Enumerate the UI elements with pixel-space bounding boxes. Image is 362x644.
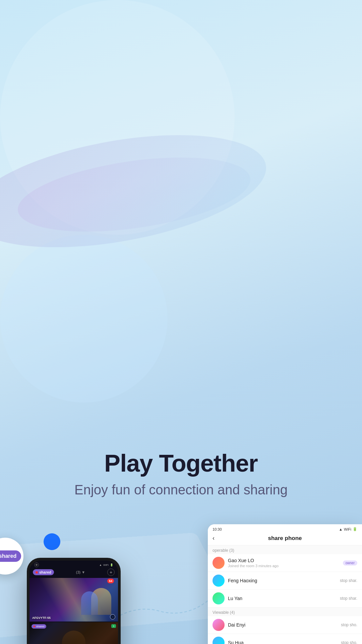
viewable-section-label: Viewable (4) (208, 607, 362, 616)
plus-button[interactable]: + (107, 569, 115, 576)
user-name-dai: Dai Enyi (228, 622, 341, 628)
status-green-badge-2: 1 (111, 624, 116, 628)
user-name-lu: Lu Yan (228, 596, 340, 601)
user-row-gao: Gao Xue LO Joined the room 3 minutes ago… (208, 554, 362, 572)
user-action-dai[interactable]: stop sho. (341, 623, 357, 627)
page-subtitle: Enjoy fun of connection and sharing (0, 482, 362, 497)
user-row-su: Su Hua stop sho. (208, 634, 362, 644)
user-row-lu: Lu Yan stop shar. (208, 590, 362, 607)
avatar-gao (213, 557, 225, 569)
user-action-su[interactable]: stop sho. (341, 640, 357, 644)
shared-badge: shared (33, 569, 54, 575)
panel-header: ‹ share phone (208, 533, 362, 545)
phone-status-bar: ▲ WiFi 🔋 (29, 560, 118, 567)
owner-badge-gao: owner (343, 560, 357, 566)
game-card-1[interactable]: AFGVYTF-55 ⚙ (29, 578, 118, 622)
user-info-dai: Dai Enyi (228, 622, 341, 628)
panel-status-time: 10:30 (213, 527, 222, 531)
count-red-badge: 64 (107, 579, 114, 583)
card-settings-icon-1[interactable]: ⚙ (110, 614, 115, 620)
user-row-dai: Dai Enyi stop sho. (208, 616, 362, 634)
panel-right: 10:30 ▲ WiFi 🔋 ‹ share phone operable (3… (208, 524, 362, 644)
shared-badge-label: shared (39, 570, 51, 574)
user-info-gao: Gao Xue LO Joined the room 3 minutes ago (228, 558, 343, 568)
phone-left: ▲ WiFi 🔋 shared (3) ▼ + 64 (27, 558, 121, 644)
page-title: Play Together (0, 449, 362, 477)
shared-circle-label: shared (0, 553, 16, 559)
user-action-feng[interactable]: stop shar. (340, 578, 357, 583)
phone-app-header: shared (3) ▼ + (29, 567, 118, 578)
user-action-lu[interactable]: stop shar. (340, 596, 357, 601)
card-tag-dot-2 (34, 626, 35, 627)
phone-left-inner: ▲ WiFi 🔋 shared (3) ▼ + 64 (29, 560, 118, 644)
panel-status-icons: ▲ WiFi 🔋 (339, 527, 357, 531)
avatar-su (213, 637, 225, 644)
card-tag-2: shared (32, 624, 46, 629)
avatar-dai (213, 619, 225, 631)
user-name-gao: Gao Xue LO (228, 558, 343, 563)
panel-title: share phone (268, 535, 302, 542)
count-label: (3) (76, 570, 80, 574)
user-name-feng: Feng Haoxing (228, 578, 340, 583)
shared-circle-inner: shared (0, 550, 21, 562)
user-info-feng: Feng Haoxing (228, 578, 340, 583)
panel-status-bar: 10:30 ▲ WiFi 🔋 (208, 524, 362, 533)
battery-icon: 🔋 (353, 527, 357, 531)
shared-badge-dot (36, 571, 38, 574)
card-label-1: AFGVYTF-55 (32, 616, 51, 620)
signal-icon: ▲ (339, 527, 343, 531)
user-meta-gao: Joined the room 3 minutes ago (228, 564, 343, 568)
user-name-su: Su Hua (228, 640, 341, 644)
operable-section-label: operable (3) (208, 545, 362, 554)
back-button[interactable]: ‹ (213, 535, 215, 542)
card-tag-label-2: shared (36, 625, 44, 628)
user-row-feng: Feng Haoxing stop shar. (208, 572, 362, 590)
count-badge: (3) ▼ (76, 570, 85, 574)
user-info-lu: Lu Yan (228, 596, 340, 601)
user-info-su: Su Hua (228, 640, 341, 644)
avatar-lu (213, 592, 225, 604)
bg-oval-2 (0, 235, 168, 402)
header: Play Together Enjoy fun of connection an… (0, 402, 362, 497)
avatar-feng (213, 575, 225, 587)
blue-dot (44, 533, 60, 550)
game-card-2[interactable]: shared AFGVYTF-55 ⚙ 1 (29, 622, 118, 644)
wifi-icon: WiFi (344, 527, 351, 531)
